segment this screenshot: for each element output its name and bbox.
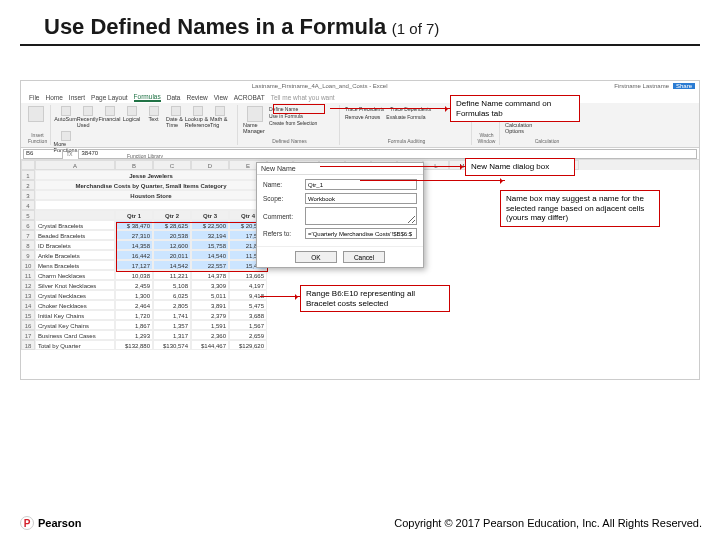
data-cell[interactable]: 1,591 (191, 320, 229, 330)
math-trig-icon[interactable] (215, 106, 225, 116)
step-indicator: (1 of 7) (392, 20, 440, 37)
row-label[interactable]: Beaded Bracelets (35, 230, 115, 240)
data-cell[interactable]: 1,741 (153, 310, 191, 320)
data-cell[interactable]: 5,011 (191, 290, 229, 300)
title-text: Use Defined Names in a Formula (44, 14, 386, 39)
data-cell[interactable]: 3,688 (229, 310, 267, 320)
row-label[interactable]: Initial Key Chains (35, 310, 115, 320)
window-title: Lastname_Firstname_4A_Loan_and_Costs - E… (25, 83, 614, 89)
new-name-dialog: New Name Name: Scope: Comment: Refers to… (256, 162, 424, 268)
data-cell[interactable]: $132,880 (115, 340, 153, 350)
selection-highlight (116, 222, 268, 272)
data-cell[interactable]: 5,475 (229, 300, 267, 310)
cancel-button[interactable]: Cancel (343, 251, 385, 263)
data-cell[interactable]: 2,659 (229, 330, 267, 340)
data-cell[interactable]: 2,805 (153, 300, 191, 310)
ribbon-tabs: File Home Insert Page Layout Formulas Da… (21, 91, 699, 103)
row-label[interactable]: Charm Necklaces (35, 270, 115, 280)
recently-used-icon[interactable] (83, 106, 93, 116)
page-title: Use Defined Names in a Formula (1 of 7) (20, 0, 700, 46)
data-cell[interactable]: 5,108 (153, 280, 191, 290)
row-label[interactable]: Choker Necklaces (35, 300, 115, 310)
pearson-icon: P (20, 516, 34, 530)
tab-home[interactable]: Home (45, 94, 62, 101)
tell-me[interactable]: Tell me what you want (271, 94, 335, 101)
ribbon: Insert Function AutoSum Recently Used Fi… (21, 103, 699, 148)
more-fn-icon[interactable] (61, 131, 71, 141)
logical-icon[interactable] (127, 106, 137, 116)
formula-bar[interactable]: 38470 (78, 149, 697, 159)
footer: P Pearson Copyright © 2017 Pearson Educa… (20, 516, 702, 530)
excel-screenshot: Lastname_Firstname_4A_Loan_and_Costs - E… (20, 80, 700, 380)
arrow-3 (360, 180, 505, 181)
comment-field[interactable] (305, 207, 417, 225)
refers-to-field[interactable] (305, 228, 417, 239)
data-cell[interactable]: 1,357 (153, 320, 191, 330)
data-cell[interactable]: 1,300 (115, 290, 153, 300)
create-from-selection-button[interactable]: Create from Selection (269, 120, 317, 126)
data-cell[interactable]: 2,379 (191, 310, 229, 320)
arrow-2 (320, 166, 465, 167)
insert-function-icon[interactable] (28, 106, 44, 122)
row-label[interactable]: Total by Quarter (35, 340, 115, 350)
data-cell[interactable]: 1,567 (229, 320, 267, 330)
data-cell[interactable]: 4,197 (229, 280, 267, 290)
data-cell[interactable]: $144,467 (191, 340, 229, 350)
data-cell[interactable]: 1,317 (153, 330, 191, 340)
lookup-icon[interactable] (193, 106, 203, 116)
share-button[interactable]: Share (673, 83, 695, 89)
tab-review[interactable]: Review (186, 94, 207, 101)
copyright: Copyright © 2017 Pearson Education, Inc.… (394, 517, 702, 529)
row-label[interactable]: Crystal Key Chains (35, 320, 115, 330)
ok-button[interactable]: OK (295, 251, 337, 263)
tab-file[interactable]: File (29, 94, 39, 101)
tab-view[interactable]: View (214, 94, 228, 101)
data-cell[interactable]: 2,360 (191, 330, 229, 340)
name-box[interactable]: B6 (23, 149, 63, 159)
scope-field[interactable] (305, 193, 417, 204)
row-label[interactable]: Mens Bracelets (35, 260, 115, 270)
pearson-logo: P Pearson (20, 516, 81, 530)
data-cell[interactable]: 9,418 (229, 290, 267, 300)
data-cell[interactable]: 1,293 (115, 330, 153, 340)
row-label[interactable]: ID Bracelets (35, 240, 115, 250)
financial-icon[interactable] (105, 106, 115, 116)
callout-new-name: New Name dialog box (465, 158, 575, 176)
data-cell[interactable]: 1,720 (115, 310, 153, 320)
row-label[interactable]: Ankle Bracelets (35, 250, 115, 260)
insert-fn-label: Insert Function (28, 132, 47, 144)
callout-define-name: Define Name command on Formulas tab (450, 95, 580, 122)
tab-formulas[interactable]: Formulas (134, 93, 161, 102)
data-cell[interactable]: 2,464 (115, 300, 153, 310)
data-cell[interactable]: 1,867 (115, 320, 153, 330)
excel-titlebar: Lastname_Firstname_4A_Loan_and_Costs - E… (21, 81, 699, 91)
define-name-highlight (273, 104, 325, 114)
formula-bar-row: B6 fx 38470 (21, 148, 699, 160)
date-time-icon[interactable] (171, 106, 181, 116)
data-cell[interactable]: $129,620 (229, 340, 267, 350)
callout-name-suggest: Name box may suggest a name for the sele… (500, 190, 660, 227)
row-label[interactable]: Crystal Bracelets (35, 220, 115, 230)
data-cell[interactable]: $130,574 (153, 340, 191, 350)
tab-insert[interactable]: Insert (69, 94, 85, 101)
row-label[interactable]: Crystal Necklaces (35, 290, 115, 300)
text-icon[interactable] (149, 106, 159, 116)
data-cell[interactable]: 6,025 (153, 290, 191, 300)
data-cell[interactable]: 3,891 (191, 300, 229, 310)
row-label[interactable]: Business Card Cases (35, 330, 115, 340)
autosum-icon[interactable] (61, 106, 71, 116)
row-label[interactable]: Silver Knot Necklaces (35, 280, 115, 290)
data-cell[interactable]: 2,459 (115, 280, 153, 290)
tab-data[interactable]: Data (167, 94, 181, 101)
tab-acrobat[interactable]: ACROBAT (234, 94, 265, 101)
arrow-4 (260, 296, 300, 297)
arrow-1 (330, 108, 450, 109)
dialog-title: New Name (257, 163, 423, 175)
user-name: Firstname Lastname (614, 83, 669, 89)
fx-icon[interactable]: fx (67, 150, 72, 157)
name-manager-icon[interactable] (247, 106, 263, 122)
data-cell[interactable]: 3,309 (191, 280, 229, 290)
tab-page-layout[interactable]: Page Layout (91, 94, 128, 101)
callout-range: Range B6:E10 representing all Bracelet c… (300, 285, 450, 312)
